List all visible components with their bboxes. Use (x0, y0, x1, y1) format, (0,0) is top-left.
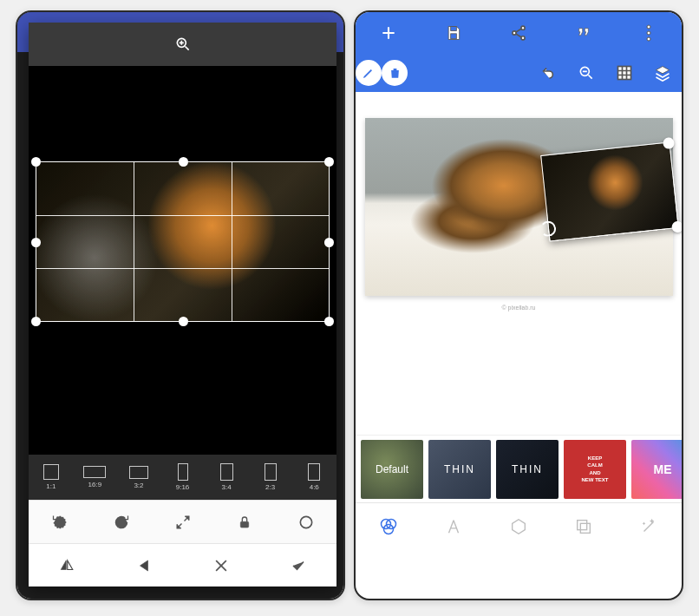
ratio-3-4[interactable]: 3:4 (206, 463, 247, 491)
ratio-label: 9:16 (176, 483, 190, 491)
ratio-box-icon (129, 466, 148, 479)
ratio-16-9[interactable]: 16:9 (75, 466, 116, 488)
svg-rect-35 (580, 523, 590, 533)
secondary-toolbar (356, 54, 682, 92)
layers-icon[interactable] (643, 54, 682, 92)
text-icon[interactable] (432, 505, 475, 548)
check-icon[interactable] (279, 547, 317, 585)
ratio-box-icon (308, 463, 320, 481)
quote-icon[interactable] (565, 14, 603, 52)
overlay-image[interactable] (540, 141, 679, 241)
ratio-box-icon (43, 464, 59, 480)
layers2-icon[interactable] (562, 505, 605, 548)
watermark: © pixellab.ru (501, 305, 535, 311)
overlay-rotate-handle[interactable] (539, 220, 557, 238)
undo-icon[interactable] (529, 54, 567, 92)
grid-icon[interactable] (605, 54, 643, 92)
ratio-label: 16:9 (88, 481, 102, 488)
filters-icon[interactable] (367, 505, 410, 548)
template-thin1[interactable]: THIN (428, 440, 491, 499)
lock-icon[interactable] (225, 503, 264, 541)
zoom-out-icon[interactable] (567, 54, 605, 92)
svg-line-36 (644, 521, 654, 531)
svg-line-23 (589, 75, 592, 79)
crop-image[interactable] (36, 161, 330, 322)
editor-main-screen: © pixellab.ru DefaultTHINTHINKEEP CALM A… (354, 10, 683, 600)
crop-dialog-header (29, 23, 336, 66)
aspect-ratio-strip: 1:116:93:29:163:42:34:6 (29, 455, 336, 500)
svg-marker-33 (513, 519, 526, 534)
crop-tool-row (29, 500, 336, 543)
svg-point-7 (300, 516, 311, 528)
crop-handle-tl[interactable] (31, 157, 41, 167)
ratio-3-2[interactable]: 3:2 (118, 466, 160, 489)
ratio-4-6[interactable]: 4:6 (293, 463, 335, 491)
template-thin2[interactable]: THIN (496, 440, 559, 499)
trash-icon[interactable] (382, 60, 408, 86)
crop-handle-rm[interactable] (324, 238, 334, 247)
ratio-box-icon (83, 466, 106, 478)
share-icon[interactable] (500, 14, 538, 52)
crop-handle-bl[interactable] (31, 317, 41, 326)
ratio-label: 3:4 (222, 483, 232, 491)
ratio-box-icon (265, 463, 277, 481)
main-toolbar (356, 12, 682, 54)
play-left-icon[interactable] (125, 547, 163, 585)
add-icon[interactable] (369, 14, 408, 52)
crop-action-row (29, 543, 336, 587)
template-strip: DefaultTHINTHINKEEP CALM AND NEW TEXTME (356, 435, 682, 502)
svg-point-20 (647, 31, 650, 35)
shape-icon[interactable] (497, 505, 540, 548)
flip-horizontal-icon[interactable] (48, 547, 86, 585)
ratio-9-16[interactable]: 9:16 (162, 463, 204, 491)
ratio-label: 3:2 (134, 482, 143, 489)
zoom-in-icon[interactable] (164, 25, 202, 63)
crop-canvas[interactable] (29, 66, 336, 455)
template-keepcalm[interactable]: KEEP CALM AND NEW TEXT (564, 440, 626, 499)
crop-handle-tm[interactable] (179, 157, 188, 167)
svg-point-19 (647, 25, 650, 29)
expand-icon[interactable] (164, 503, 202, 541)
template-default[interactable]: Default (361, 440, 423, 499)
svg-rect-6 (240, 521, 248, 528)
rotate-ccw-icon[interactable] (41, 503, 79, 541)
main-image[interactable] (365, 118, 673, 296)
editor-canvas[interactable]: © pixellab.ru (356, 92, 682, 435)
crop-dialog: 1:116:93:29:163:42:34:6 (29, 23, 336, 587)
crop-editor-screen: 1:116:93:29:163:42:34:6 (16, 10, 345, 600)
ratio-label: 2:3 (265, 483, 275, 491)
crop-handle-lm[interactable] (31, 238, 41, 247)
svg-line-18 (516, 34, 522, 37)
svg-rect-12 (450, 27, 456, 31)
more-icon[interactable] (630, 14, 668, 52)
svg-rect-25 (618, 67, 631, 80)
ratio-1-1[interactable]: 1:1 (30, 464, 72, 490)
svg-rect-13 (450, 34, 456, 39)
crop-handle-tr[interactable] (324, 157, 334, 167)
overlay-handle-tr[interactable] (662, 137, 674, 149)
svg-line-1 (185, 47, 188, 50)
rule-of-thirds-grid (36, 161, 330, 322)
crop-handle-br[interactable] (324, 317, 334, 326)
ratio-2-3[interactable]: 2:3 (250, 463, 291, 491)
ratio-box-icon (178, 463, 188, 481)
crop-handle-bm[interactable] (179, 317, 188, 326)
ratio-box-icon (220, 463, 233, 481)
template-meme[interactable]: ME (631, 440, 682, 499)
bottom-tabs (356, 502, 682, 549)
svg-point-21 (647, 37, 650, 41)
svg-line-17 (516, 29, 522, 32)
edit-icon[interactable] (356, 60, 382, 86)
svg-rect-34 (578, 520, 587, 529)
rotate-cw-icon[interactable] (102, 503, 140, 541)
overlay-handle-br[interactable] (671, 220, 683, 233)
close-icon[interactable] (202, 547, 240, 585)
circle-icon[interactable] (287, 503, 325, 541)
magic-icon[interactable] (627, 505, 670, 548)
save-icon[interactable] (434, 14, 473, 52)
ratio-label: 1:1 (46, 482, 56, 490)
ratio-label: 4:6 (310, 483, 319, 491)
